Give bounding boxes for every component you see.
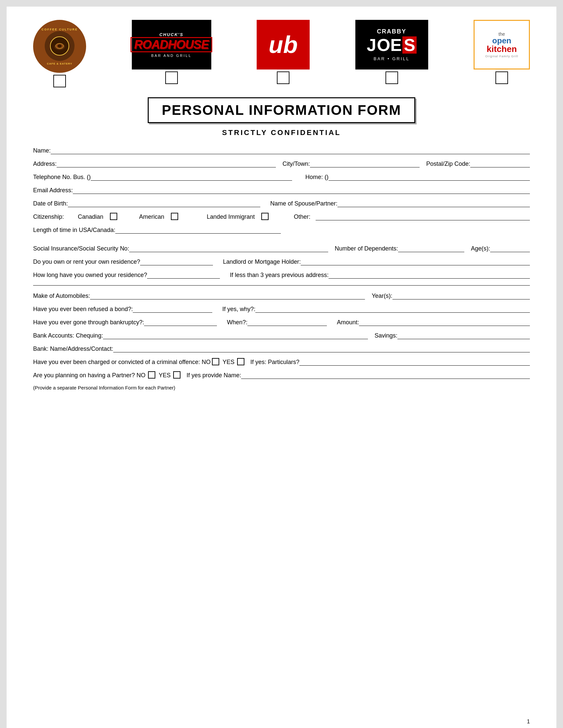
savings-label: Savings: — [375, 332, 398, 339]
chucks-checkbox[interactable] — [165, 71, 178, 84]
telephone-row: Telephone No. Bus. ( ) Home: ( ) — [33, 173, 530, 181]
home-phone-field[interactable] — [329, 173, 530, 181]
coffee-culture-checkbox[interactable] — [53, 75, 66, 87]
criminal-yes-label: YES — [222, 359, 234, 366]
coffee-culture-logo-item: COFFEE CULTURE CAFE & EATERY — [33, 20, 86, 87]
bank-name-label: Bank: Name/Address/Contact: — [33, 345, 113, 352]
spouse-label: Name of Spouse/Partner: — [270, 200, 338, 207]
amount-field[interactable] — [359, 319, 530, 326]
if-yes-why-field[interactable] — [255, 305, 530, 313]
own-rent-field[interactable] — [140, 258, 213, 265]
ub-logo-item: ub — [257, 20, 310, 84]
if-less-field[interactable] — [329, 271, 530, 279]
criminal-label: Have you ever been charged or convicted … — [33, 359, 211, 366]
divider-1 — [33, 285, 530, 286]
address-label: Address: — [33, 160, 57, 167]
city-label: City/Town: — [283, 160, 310, 167]
particulars-field-2[interactable] — [497, 358, 530, 366]
bank-accounts-row: Bank Accounts: Chequing: Savings: — [33, 332, 530, 339]
auto-field[interactable] — [90, 292, 365, 299]
american-checkbox[interactable] — [171, 213, 178, 220]
bond-label: Have you ever been refused a bond?: — [33, 306, 133, 313]
partner-no-checkbox[interactable] — [148, 371, 155, 379]
ages-field[interactable] — [490, 245, 530, 252]
criminal-no-checkbox[interactable] — [212, 358, 219, 365]
partner-note: (Provide a separate Personal Information… — [33, 385, 530, 390]
when-label: When?: — [227, 319, 247, 326]
sin-label: Social Insurance/Social Security No: — [33, 245, 129, 252]
when-field[interactable] — [247, 319, 327, 326]
auto-label: Make of Automobiles: — [33, 293, 90, 299]
coffee-culture-logo: COFFEE CULTURE CAFE & EATERY — [33, 20, 86, 73]
bank-name-field[interactable] — [113, 345, 530, 352]
dob-label: Date of Birth: — [33, 200, 68, 207]
crabby-joes-row: J OE S — [367, 35, 417, 55]
own-rent-label: Do you own or rent your own residence? — [33, 258, 140, 265]
landlord-label: Landlord or Mortgage Holder: — [223, 258, 301, 265]
criminal-yes-checkbox[interactable] — [237, 358, 244, 365]
dependents-label: Number of Dependents: — [335, 245, 398, 252]
open-kitchen-checkbox[interactable] — [495, 71, 508, 84]
address-field[interactable] — [57, 160, 276, 167]
sin-field[interactable] — [129, 245, 328, 252]
landed-checkbox[interactable] — [261, 213, 268, 220]
bankruptcy-row: Have you ever gone through bankruptcy?: … — [33, 319, 530, 326]
canadian-label: Canadian — [78, 213, 103, 220]
if-less-label: If less than 3 years previous address: — [230, 272, 329, 279]
kitchen-sub-text: Original Family Grill — [485, 55, 518, 58]
ub-checkbox[interactable] — [277, 71, 290, 84]
canadian-checkbox[interactable] — [110, 213, 117, 220]
bankruptcy-label: Have you ever gone through bankruptcy?: — [33, 319, 144, 326]
bankruptcy-field[interactable] — [144, 319, 217, 326]
spouse-field[interactable] — [338, 200, 530, 207]
name-field[interactable] — [51, 147, 530, 154]
email-field[interactable] — [73, 187, 530, 194]
how-long-label: How long have you owned your residence? — [33, 272, 147, 279]
coffee-culture-icon — [45, 31, 74, 61]
partner-row: Are you planning on having a Partner? NO… — [33, 372, 530, 379]
partner-name-field[interactable] — [241, 372, 530, 379]
ub-text: ub — [268, 31, 298, 58]
dependents-field[interactable] — [398, 245, 464, 252]
crabby-bar-text: BAR • GRILL — [374, 56, 410, 61]
city-field[interactable] — [310, 160, 420, 167]
email-row: Email Address: — [33, 187, 530, 194]
crabby-checkbox[interactable] — [386, 71, 398, 84]
bond-field[interactable] — [133, 305, 212, 313]
crabby-joes-logo: CRABBY J OE S BAR • GRILL — [355, 20, 428, 69]
year-label: Year(s): — [372, 293, 392, 299]
chequing-field[interactable] — [103, 332, 368, 339]
length-row: Length of time in USA/Canada: — [33, 226, 530, 234]
chucks-roadhouse-text: ROADHOUSE — [130, 37, 212, 52]
title-section: PERSONAL INFORMATION FORM STRICTLY CONFI… — [33, 97, 530, 137]
ub-logo: ub — [257, 20, 310, 69]
landlord-field[interactable] — [301, 258, 530, 265]
ages-label: Age(s): — [471, 245, 490, 252]
title-box: PERSONAL INFORMATION FORM — [148, 97, 416, 123]
kitchen-open-text: open — [492, 37, 511, 45]
particulars-field[interactable] — [300, 358, 497, 366]
citizenship-row: Citizenship: Canadian American Landed Im… — [33, 213, 530, 220]
other-field[interactable] — [316, 213, 530, 220]
coffee-culture-bottom-text: CAFE & EATERY — [47, 62, 72, 65]
amount-label: Amount: — [337, 319, 359, 326]
chucks-roadhouse-logo-item: CHUCK'S ROADHOUSE BAR AND GRILL — [132, 20, 211, 84]
sin-row: Social Insurance/Social Security No: Num… — [33, 245, 530, 252]
page-number: 1 — [527, 719, 530, 725]
chucks-roadhouse-logo: CHUCK'S ROADHOUSE BAR AND GRILL — [132, 20, 211, 69]
postal-field[interactable] — [470, 160, 530, 167]
how-long-field[interactable] — [147, 271, 220, 279]
page: COFFEE CULTURE CAFE & EATERY CHUCK'S ROA… — [7, 7, 556, 728]
form-section: Name: Address: City/Town: Postal/Zip Cod… — [33, 147, 530, 390]
bank-name-row: Bank: Name/Address/Contact: — [33, 345, 530, 352]
name-label: Name: — [33, 147, 51, 154]
telephone-bus-field[interactable] — [91, 173, 292, 181]
savings-field[interactable] — [398, 332, 530, 339]
length-field[interactable] — [115, 226, 281, 234]
partner-yes-checkbox[interactable] — [173, 371, 180, 379]
form-title: PERSONAL INFORMATION FORM — [162, 102, 401, 118]
crabby-joes-logo-item: CRABBY J OE S BAR • GRILL — [355, 20, 428, 84]
dob-field[interactable] — [68, 200, 260, 207]
open-kitchen-logo-item: the open kitchen Original Family Grill — [474, 20, 530, 84]
year-field[interactable] — [393, 292, 530, 299]
